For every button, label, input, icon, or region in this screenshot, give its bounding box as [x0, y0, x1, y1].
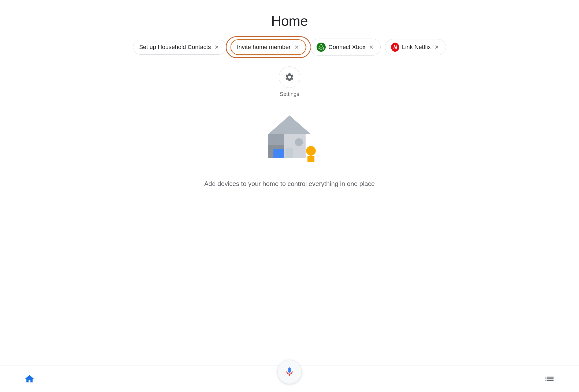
- chip-close-netflix[interactable]: ✕: [433, 44, 440, 50]
- svg-point-2: [320, 47, 322, 48]
- home-illustration: [252, 110, 327, 169]
- svg-marker-3: [268, 115, 311, 134]
- svg-rect-10: [307, 156, 314, 162]
- settings-label: Settings: [280, 91, 299, 97]
- chip-setup-household[interactable]: Set up Household Contacts ✕: [133, 40, 226, 55]
- invite-chip-wrapper: Invite home member ✕: [231, 39, 306, 55]
- svg-point-9: [306, 146, 316, 156]
- svg-point-8: [295, 138, 303, 146]
- chip-label: Invite home member: [237, 44, 291, 51]
- svg-rect-7: [273, 149, 284, 158]
- chip-label: Connect Xbox: [328, 44, 365, 51]
- mic-icon: [284, 367, 295, 377]
- chip-link-netflix[interactable]: N Link Netflix ✕: [385, 39, 446, 55]
- home-nav-icon: [24, 374, 35, 384]
- xbox-icon: [317, 43, 326, 52]
- chips-row: Set up Household Contacts ✕ Invite home …: [133, 39, 446, 56]
- chip-connect-xbox[interactable]: Connect Xbox ✕: [310, 39, 381, 56]
- house-svg: [252, 110, 327, 169]
- settings-section: Settings: [279, 66, 300, 97]
- empty-state-text: Add devices to your home to control ever…: [204, 179, 375, 189]
- chip-label: Set up Household Contacts: [139, 44, 211, 51]
- netflix-icon: N: [391, 43, 399, 51]
- chip-invite-home-member[interactable]: Invite home member ✕: [231, 39, 306, 55]
- chip-close-invite[interactable]: ✕: [293, 44, 300, 50]
- page-title: Home: [271, 13, 308, 29]
- mic-fab[interactable]: [277, 360, 302, 384]
- chip-label: Link Netflix: [402, 44, 431, 51]
- chip-close-xbox[interactable]: ✕: [368, 44, 374, 50]
- settings-button[interactable]: [279, 66, 300, 88]
- svg-rect-11: [285, 148, 293, 158]
- chip-close-household[interactable]: ✕: [214, 44, 220, 50]
- list-nav-button[interactable]: [541, 371, 558, 387]
- gear-icon: [285, 72, 294, 82]
- home-nav-button[interactable]: [21, 371, 38, 387]
- list-nav-icon: [544, 374, 555, 384]
